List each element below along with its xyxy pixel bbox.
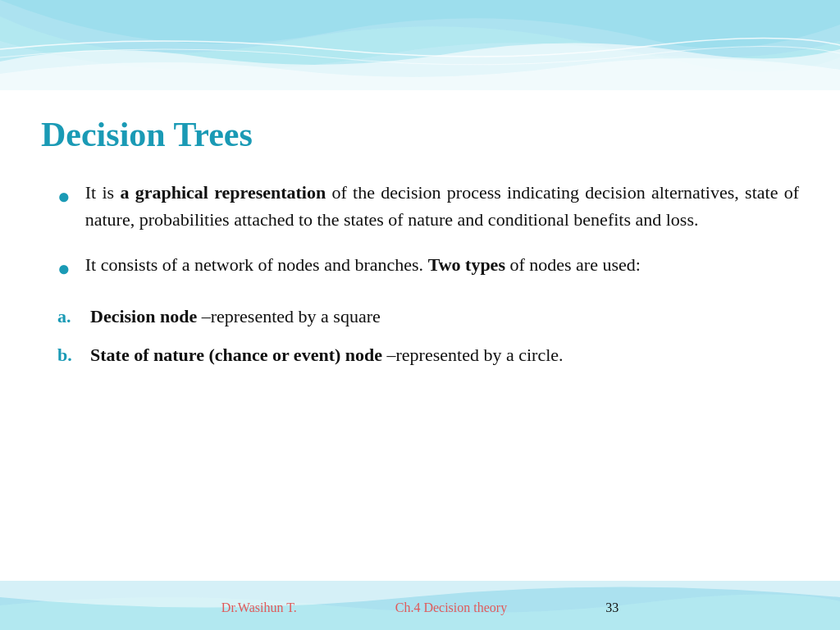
- sub-item-a: a. Decision node –represented by a squar…: [57, 303, 799, 330]
- bullet1-bold: a graphical representation: [120, 182, 326, 203]
- bullet2-rest: of nodes are used:: [505, 254, 641, 275]
- bullet2-text: It consists of a network of nodes and br…: [85, 251, 799, 278]
- sub-bold-a: Decision node: [90, 306, 197, 326]
- sub-label-b: b.: [57, 341, 80, 368]
- bullet2-intro: It consists of a network of nodes and br…: [85, 254, 428, 275]
- bullet-dot: ●: [57, 253, 71, 285]
- list-item: ● It consists of a network of nodes and …: [57, 251, 799, 285]
- bullet2-bold: Two types: [428, 254, 505, 275]
- main-content: Decision Trees ● It is a graphical repre…: [41, 98, 799, 564]
- bullet1-text: It is a graphical representation of the …: [85, 179, 799, 233]
- bullet1-intro: It is: [85, 182, 121, 203]
- footer-author: Dr.Wasihun T.: [221, 600, 297, 615]
- sub-rest-a: –represented by a square: [197, 306, 381, 326]
- sub-rest-b: –represented by a circle.: [382, 345, 564, 365]
- slide-title: Decision Trees: [41, 115, 799, 154]
- header-decoration: [0, 0, 840, 90]
- sub-list: a. Decision node –represented by a squar…: [57, 303, 799, 368]
- sub-label-a: a.: [57, 303, 80, 330]
- sub-text-b: State of nature (chance or event) node –…: [90, 341, 799, 368]
- sub-text-a: Decision node –represented by a square: [90, 303, 799, 330]
- bullet-dot: ●: [57, 180, 71, 212]
- footer-page: 33: [605, 600, 619, 615]
- footer-chapter: Ch.4 Decision theory: [395, 600, 507, 615]
- bullet-list: ● It is a graphical representation of th…: [57, 179, 799, 285]
- footer: Dr.Wasihun T. Ch.4 Decision theory 33: [0, 600, 840, 615]
- list-item: ● It is a graphical representation of th…: [57, 179, 799, 233]
- sub-bold-b: State of nature (chance or event) node: [90, 345, 382, 365]
- sub-item-b: b. State of nature (chance or event) nod…: [57, 341, 799, 368]
- slide: Decision Trees ● It is a graphical repre…: [0, 0, 840, 630]
